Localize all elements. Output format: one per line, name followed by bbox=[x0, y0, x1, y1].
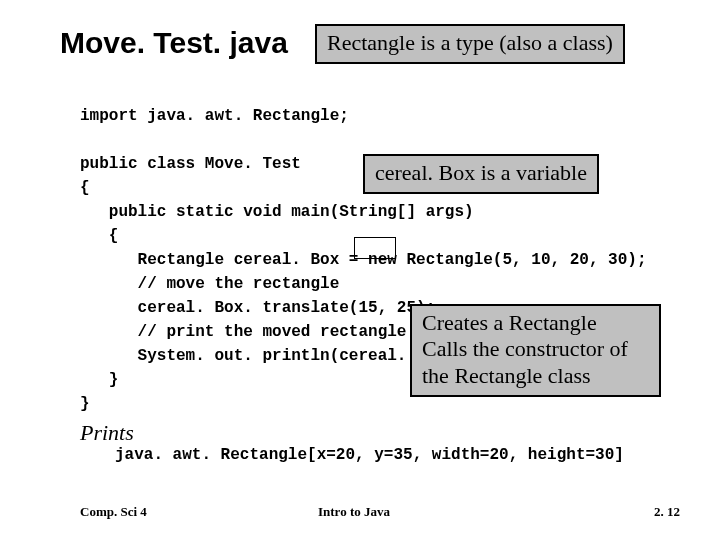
callout-variable: cereal. Box is a variable bbox=[363, 154, 599, 194]
footer-right: 2. 12 bbox=[654, 504, 680, 520]
slide: Move. Test. java Rectangle is a type (al… bbox=[0, 0, 720, 540]
callout-type: Rectangle is a type (also a class) bbox=[315, 24, 625, 64]
callout-creates-line1: Creates a Rectangle bbox=[422, 310, 597, 335]
callout-new-box bbox=[354, 237, 396, 259]
footer-left: Comp. Sci 4 bbox=[80, 504, 147, 520]
prints-label: Prints bbox=[80, 420, 134, 446]
footer-center: Intro to Java bbox=[318, 504, 390, 520]
callout-creates: Creates a Rectangle Calls the constructo… bbox=[410, 304, 661, 397]
slide-title: Move. Test. java bbox=[60, 26, 288, 60]
prints-output: java. awt. Rectangle[x=20, y=35, width=2… bbox=[115, 446, 624, 464]
callout-creates-line2: Calls the constructor of bbox=[422, 336, 628, 361]
callout-creates-line3: the Rectangle class bbox=[422, 363, 591, 388]
